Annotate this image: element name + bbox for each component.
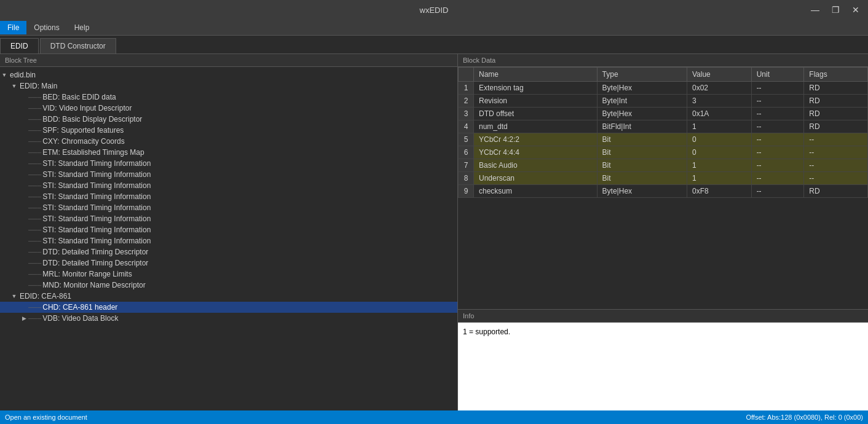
table-row-0[interactable]: 1 Extension tag Byte|Hex 0x02 -- RD [459,82,868,95]
cell-flags-3: RD [804,120,868,133]
statusbar-left: Open an existing document [5,414,87,421]
cell-flags-5: -- [804,146,868,159]
menu-help[interactable]: Help [67,21,97,34]
tree-item-1[interactable]: ▼EDID: Main [0,80,457,92]
cell-num-3: 4 [459,120,474,133]
tree-item-19[interactable]: ─── MND: Monitor Name Descriptor [0,280,457,291]
tree-container[interactable]: ▼edid.bin▼EDID: Main─── BED: Basic EDID … [0,67,457,410]
cell-unit-1: -- [751,95,804,108]
block-data-table-container[interactable]: Name Type Value Unit Flags 1 Extension t… [458,67,868,309]
cell-value-7: 1 [687,172,751,185]
tree-label-19: MND: Monitor Name Descriptor [41,281,145,289]
tab-dtd-constructor[interactable]: DTD Constructor [40,38,116,53]
table-row-5[interactable]: 6 YCbCr 4:4:4 Bit 0 -- -- [459,146,868,159]
cell-flags-6: -- [804,159,868,172]
titlebar-title: wxEDID [420,6,449,15]
tree-item-14[interactable]: ─── STI: Standard Timing Information [0,224,457,235]
tree-label-22: VDB: Video Data Block [41,314,118,323]
statusbar: Open an existing document Offset: Abs:12… [0,410,868,424]
tree-label-17: DTD: Detailed Timing Descriptor [41,259,148,267]
tree-item-13[interactable]: ─── STI: Standard Timing Information [0,213,457,224]
close-button[interactable]: ✕ [848,4,863,16]
cell-unit-7: -- [751,172,804,185]
cell-flags-7: -- [804,172,868,185]
tree-label-16: DTD: Detailed Timing Descriptor [41,248,148,256]
table-header-row: Name Type Value Unit Flags [459,68,868,82]
main-content: Block Tree ▼edid.bin▼EDID: Main─── BED: … [0,54,868,410]
tree-item-0[interactable]: ▼edid.bin [0,69,457,80]
tree-item-8[interactable]: ─── STI: Standard Timing Information [0,158,457,169]
tree-item-17[interactable]: ─── DTD: Detailed Timing Descriptor [0,257,457,269]
tree-item-9[interactable]: ─── STI: Standard Timing Information [0,169,457,180]
tree-item-3[interactable]: ─── VID: Video Input Descriptor [0,103,457,114]
table-row-8[interactable]: 9 checksum Byte|Hex 0xF8 -- RD [459,185,868,198]
cell-name-4: YCbCr 4:2:2 [474,133,598,146]
tree-item-20[interactable]: ▼EDID: CEA-861 [0,291,457,302]
tree-label-2: BED: Basic EDID data [41,93,116,101]
cell-value-8: 0xF8 [687,185,751,198]
menu-file[interactable]: File [0,21,26,34]
tree-label-11: STI: Standard Timing Information [41,192,151,201]
col-value: Value [687,68,751,82]
tree-item-18[interactable]: ─── MRL: Monitor Range Limits [0,269,457,280]
col-name: Name [474,68,598,82]
cell-value-0: 0x02 [687,82,751,95]
tree-item-10[interactable]: ─── STI: Standard Timing Information [0,180,457,191]
tree-label-10: STI: Standard Timing Information [41,181,151,190]
cell-value-4: 0 [687,133,751,146]
info-content: 1 = supported. [458,323,868,410]
tree-label-18: MRL: Monitor Range Limits [41,270,132,278]
menu-options[interactable]: Options [26,21,66,34]
tree-item-11[interactable]: ─── STI: Standard Timing Information [0,191,457,202]
restore-button[interactable]: ❐ [828,4,843,16]
titlebar: wxEDID — ❐ ✕ [0,0,868,20]
table-row-2[interactable]: 3 DTD offset Byte|Hex 0x1A -- RD [459,108,868,120]
cell-value-5: 0 [687,146,751,159]
cell-unit-6: -- [751,159,804,172]
table-row-4[interactable]: 5 YCbCr 4:2:2 Bit 0 -- -- [459,133,868,146]
tree-label-21: CHD: CEA-861 header [41,303,117,312]
tree-item-16[interactable]: ─── DTD: Detailed Timing Descriptor [0,246,457,257]
tree-item-22[interactable]: ▶─── VDB: Video Data Block [0,313,457,324]
tree-label-6: CXY: Chromacity Coords [41,137,124,146]
cell-type-1: Byte|Int [597,95,687,108]
table-row-7[interactable]: 8 Underscan Bit 1 -- -- [459,172,868,185]
left-panel: Block Tree ▼edid.bin▼EDID: Main─── BED: … [0,54,458,410]
tree-item-7[interactable]: ─── ETM: Established Timings Map [0,147,457,158]
cell-num-7: 8 [459,172,474,185]
cell-num-1: 2 [459,95,474,108]
table-row-1[interactable]: 2 Revision Byte|Int 3 -- RD [459,95,868,108]
cell-num-8: 9 [459,185,474,198]
cell-value-6: 1 [687,159,751,172]
tree-item-15[interactable]: ─── STI: Standard Timing Information [0,235,457,246]
table-row-3[interactable]: 4 num_dtd BitFld|Int 1 -- RD [459,120,868,133]
tree-item-4[interactable]: ─── BDD: Basic Display Descriptor [0,114,457,125]
table-body: 1 Extension tag Byte|Hex 0x02 -- RD 2 Re… [459,82,868,198]
cell-unit-0: -- [751,82,804,95]
tree-label-13: STI: Standard Timing Information [41,214,151,223]
minimize-button[interactable]: — [807,4,823,16]
cell-num-6: 7 [459,159,474,172]
cell-name-7: Underscan [474,172,598,185]
cell-type-2: Byte|Hex [597,108,687,120]
cell-type-7: Bit [597,172,687,185]
tab-edid[interactable]: EDID [0,38,39,53]
tree-item-6[interactable]: ─── CXY: Chromacity Coords [0,136,457,147]
cell-value-2: 0x1A [687,108,751,120]
cell-flags-2: RD [804,108,868,120]
col-unit: Unit [751,68,804,82]
menubar: File Options Help [0,20,868,36]
tree-label-9: STI: Standard Timing Information [41,170,151,179]
table-row-6[interactable]: 7 Basic Audio Bit 1 -- -- [459,159,868,172]
tree-label-5: SPF: Supported features [41,126,124,135]
tree-item-5[interactable]: ─── SPF: Supported features [0,125,457,136]
tree-label-12: STI: Standard Timing Information [41,203,151,212]
tree-item-2[interactable]: ─── BED: Basic EDID data [0,92,457,103]
block-data-table: Name Type Value Unit Flags 1 Extension t… [458,67,868,198]
tree-item-12[interactable]: ─── STI: Standard Timing Information [0,202,457,213]
col-num [459,68,474,82]
tree-item-21[interactable]: ─── CHD: CEA-861 header [0,302,457,313]
tree-label-15: STI: Standard Timing Information [41,237,151,245]
block-data-header: Block Data [458,54,868,67]
cell-type-6: Bit [597,159,687,172]
